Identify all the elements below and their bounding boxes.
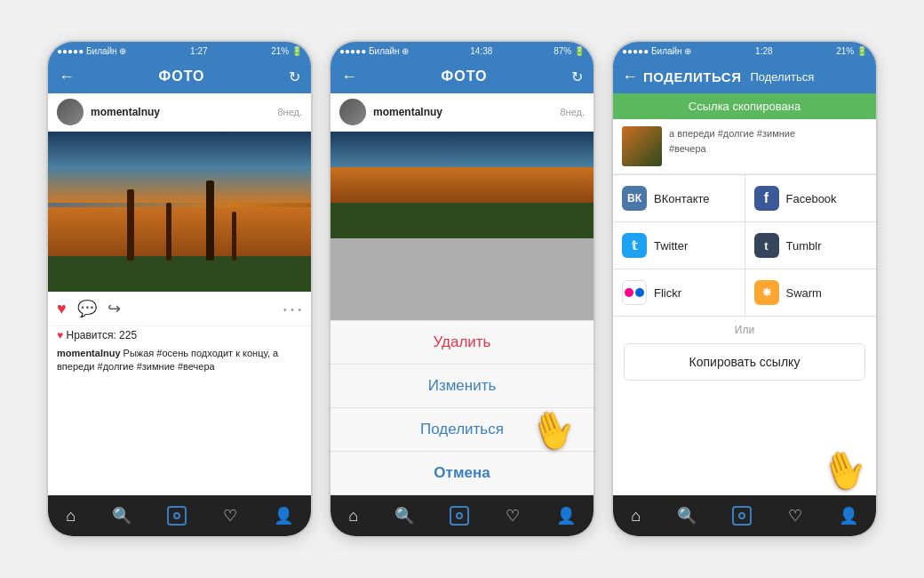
nav-share-action[interactable]: Поделиться (750, 70, 814, 84)
back-icon-3[interactable]: ← (622, 68, 638, 86)
bnav-camera-1[interactable] (162, 504, 192, 527)
status-time-3: 1:28 (755, 46, 772, 56)
bnav-profile-1[interactable]: 👤 (268, 504, 299, 527)
comment-button-1[interactable]: 💬 (77, 299, 97, 318)
camera-circle-icon (167, 506, 187, 526)
status-time-1: 1:27 (190, 46, 207, 56)
vk-label: ВКонтакте (654, 192, 710, 205)
share-facebook[interactable]: f Facebook (745, 175, 877, 221)
share-tumblr[interactable]: t Tumblr (745, 222, 877, 269)
facebook-label: Facebook (786, 192, 837, 205)
twitter-label: Twitter (654, 239, 688, 253)
or-divider: Или (613, 317, 876, 343)
like-button-1[interactable]: ♥ (57, 300, 67, 318)
bottom-nav-2: ⌂ 🔍 ♡ 👤 (331, 495, 593, 536)
bnav-heart-2[interactable]: ♡ (500, 504, 525, 527)
camera-inner-icon (173, 512, 180, 519)
cancel-button[interactable]: Отмена (331, 452, 593, 495)
status-carrier-3: ●●●●● Билайн ⊕ (622, 46, 691, 56)
nav-bar-1: ← ФОТО ↻ (48, 60, 311, 93)
nav-bar-2: ← ФОТО ↻ (331, 60, 593, 93)
likes-count-1: Нравится: 225 (66, 329, 137, 341)
status-carrier-1: ●●●●● Билайн ⊕ (57, 46, 126, 56)
status-bar-1: ●●●●● Билайн ⊕ 1:27 21% 🔋 (48, 42, 311, 60)
bnav-search-3[interactable]: 🔍 (672, 504, 702, 527)
status-battery-3: 21% 🔋 (836, 46, 867, 56)
more-icon-1[interactable] (283, 301, 302, 316)
nav-title-3: ПОДЕЛИТЬСЯ (643, 69, 741, 84)
post-time-1: 8нед. (277, 107, 302, 117)
share-options-grid: ВК ВКонтакте f Facebook 𝕥 Twitter t Tumb… (613, 174, 876, 317)
bnav-home-3[interactable]: ⌂ (625, 505, 646, 527)
back-icon-1[interactable]: ← (59, 68, 75, 86)
share-vkontakte[interactable]: ВК ВКонтакте (613, 175, 745, 221)
share-swarm[interactable]: ❋ Swarm (745, 269, 877, 316)
bnav-heart-1[interactable]: ♡ (218, 504, 243, 527)
status-time-2: 14:38 (470, 46, 492, 56)
post-caption-1: momentalnuy Рыжая #осень подходит к конц… (48, 344, 311, 378)
post-photo-2 (331, 132, 593, 238)
share-caption-text: а впереди #долгие #зимние #вечера (669, 126, 795, 156)
status-bar-2: ●●●●● Билайн ⊕ 14:38 87% 🔋 (331, 42, 593, 60)
share-option-button[interactable]: Поделиться (331, 408, 593, 452)
avatar-1 (57, 99, 84, 125)
bnav-profile-2[interactable]: 👤 (551, 504, 581, 527)
nav-title-2: ФОТО (442, 68, 488, 84)
vk-icon: ВК (622, 186, 647, 211)
share-button-1[interactable]: ↪ (108, 299, 121, 318)
post-header-1: momentalnuy 8нед. (48, 93, 311, 132)
share-flickr[interactable]: Flickr (613, 269, 745, 316)
phone-3: ●●●●● Билайн ⊕ 1:28 21% 🔋 ← ПОДЕЛИТЬСЯ П… (611, 40, 878, 538)
avatar-2 (339, 99, 366, 125)
post-header-2: momentalnuy 8нед. (331, 93, 593, 132)
refresh-icon-1[interactable]: ↻ (289, 68, 300, 85)
back-icon-2[interactable]: ← (341, 68, 357, 86)
tumblr-label: Tumblr (786, 239, 822, 253)
bottom-nav-1: ⌂ 🔍 ♡ 👤 (48, 495, 311, 536)
bnav-profile-3[interactable]: 👤 (833, 504, 864, 527)
bnav-home-1[interactable]: ⌂ (60, 505, 81, 527)
status-battery-1: 21% 🔋 (271, 46, 302, 56)
post-photo-1 (48, 132, 311, 292)
flickr-icon (622, 280, 647, 305)
twitter-icon: 𝕥 (622, 233, 647, 258)
nav-title-1: ФОТО (159, 68, 205, 84)
swarm-icon: ❋ (754, 280, 779, 305)
post-username-1[interactable]: momentalnuy (91, 106, 160, 118)
copy-link-button[interactable]: Копировать ссылку (624, 343, 865, 381)
action-sheet-2: Удалить Изменить Поделиться Отмена (331, 238, 593, 495)
tumblr-icon: t (754, 233, 779, 258)
facebook-icon: f (754, 186, 779, 211)
status-battery-2: 87% 🔋 (554, 46, 585, 56)
refresh-icon-2[interactable]: ↻ (571, 68, 583, 85)
post-time-2: 8нед. (560, 107, 585, 117)
phone-1: ●●●●● Билайн ⊕ 1:27 21% 🔋 ← ФОТО ↻ momen… (46, 40, 313, 538)
sheet-backdrop (331, 238, 593, 320)
status-bar-3: ●●●●● Билайн ⊕ 1:28 21% 🔋 (613, 42, 876, 60)
caption-username-1: momentalnuy (57, 348, 121, 358)
post-actions-1: ♥ 💬 ↪ (48, 292, 311, 326)
post-username-2: momentalnuy (373, 106, 442, 118)
status-carrier-2: ●●●●● Билайн ⊕ (339, 46, 409, 56)
link-copied-bar: Ссылка скопирована (613, 93, 876, 119)
share-body: Ссылка скопирована а впереди #долгие #зи… (613, 93, 876, 495)
phone-2: ●●●●● Билайн ⊕ 14:38 87% 🔋 ← ФОТО ↻ mome… (329, 40, 595, 538)
share-preview: а впереди #долгие #зимние #вечера (613, 119, 876, 174)
bnav-camera-2[interactable] (444, 504, 474, 527)
swarm-label: Swarm (786, 286, 822, 300)
share-twitter[interactable]: 𝕥 Twitter (613, 222, 745, 269)
bnav-home-2[interactable]: ⌂ (343, 505, 363, 527)
likes-heart-1: ♥ (57, 329, 63, 341)
bnav-search-1[interactable]: 🔍 (107, 504, 137, 527)
delete-button[interactable]: Удалить (331, 321, 593, 365)
bottom-nav-3: ⌂ 🔍 ♡ 👤 (613, 495, 876, 536)
nav-bar-3: ← ПОДЕЛИТЬСЯ Поделиться (613, 60, 876, 93)
bnav-heart-3[interactable]: ♡ (783, 504, 808, 527)
bnav-search-2[interactable]: 🔍 (389, 504, 419, 527)
share-thumb-image (622, 126, 662, 166)
likes-row-1: ♥ Нравится: 225 (48, 326, 311, 344)
flickr-label: Flickr (654, 286, 681, 300)
edit-button[interactable]: Изменить (331, 365, 593, 408)
bnav-camera-3[interactable] (727, 504, 757, 527)
sheet-menu: Удалить Изменить Поделиться Отмена (331, 320, 593, 495)
